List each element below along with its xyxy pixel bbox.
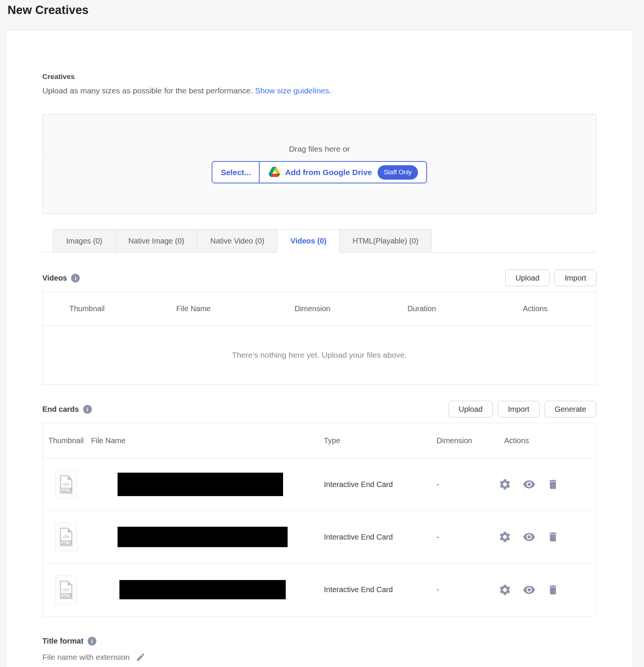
settings-gear-icon[interactable] bbox=[498, 583, 511, 596]
end-cards-col-type: Type bbox=[318, 436, 431, 445]
videos-table: Thumbnail File Name Dimension Duration A… bbox=[42, 292, 596, 385]
html-file-icon: </> HTML bbox=[55, 470, 77, 499]
videos-col-actions: Actions bbox=[474, 304, 596, 313]
table-row: </> HTML Interactive End Card - bbox=[43, 458, 596, 511]
end-cards-upload-button[interactable]: Upload bbox=[449, 401, 493, 417]
staff-only-badge: Staff Only bbox=[378, 165, 418, 180]
end-cards-col-dimension: Dimension bbox=[431, 436, 498, 445]
end-cards-table: Thumbnail File Name Type Dimension Actio… bbox=[42, 423, 596, 616]
end-card-type: Interactive End Card bbox=[318, 480, 431, 489]
end-card-type: Interactive End Card bbox=[318, 533, 431, 541]
delete-trash-icon[interactable] bbox=[547, 583, 559, 596]
videos-empty-message: There's nothing here yet. Upload your fi… bbox=[43, 326, 596, 384]
creatives-label: Creatives bbox=[42, 73, 596, 81]
end-cards-generate-button[interactable]: Generate bbox=[545, 401, 596, 417]
end-card-dimension: - bbox=[431, 480, 498, 489]
end-cards-section-title: End cards bbox=[42, 405, 79, 414]
videos-import-button[interactable]: Import bbox=[554, 270, 596, 286]
table-row: </> HTML Interactive End Card - bbox=[43, 563, 596, 616]
code-glyph: </> bbox=[63, 587, 69, 593]
end-cards-col-file-name: File Name bbox=[85, 436, 318, 445]
size-guidelines-link[interactable]: Show size guidelines. bbox=[255, 86, 331, 95]
tab-native-image[interactable]: Native Image (0) bbox=[116, 229, 198, 253]
code-glyph: </> bbox=[63, 482, 69, 487]
end-card-dimension: - bbox=[431, 533, 498, 541]
end-cards-import-button[interactable]: Import bbox=[498, 401, 540, 417]
videos-col-file-name: File Name bbox=[131, 304, 255, 313]
tab-native-video[interactable]: Native Video (0) bbox=[197, 229, 277, 253]
end-cards-col-actions: Actions bbox=[498, 436, 596, 445]
end-cards-table-header: Thumbnail File Name Type Dimension Actio… bbox=[43, 423, 596, 458]
title-format-label: Title format bbox=[42, 637, 84, 645]
file-dropzone[interactable]: Drag files here or Select... bbox=[42, 114, 596, 214]
creative-type-tabs: Images (0) Native Image (0) Native Video… bbox=[42, 229, 596, 253]
html-file-icon: </> HTML bbox=[55, 575, 77, 604]
select-files-button[interactable]: Select... bbox=[212, 162, 260, 183]
redacted-file-name bbox=[118, 473, 283, 496]
tab-images[interactable]: Images (0) bbox=[53, 229, 116, 253]
add-from-google-drive-button[interactable]: Add from Google Drive Staff Only bbox=[260, 162, 426, 183]
drive-button-label: Add from Google Drive bbox=[285, 168, 372, 177]
settings-gear-icon[interactable] bbox=[498, 478, 511, 491]
drag-files-text: Drag files here or bbox=[289, 144, 350, 154]
creatives-card: Creatives Upload as many sizes as possib… bbox=[6, 30, 633, 667]
html-label: HTML bbox=[60, 488, 71, 492]
google-drive-icon bbox=[269, 167, 280, 178]
videos-section-title: Videos bbox=[42, 274, 67, 282]
delete-trash-icon[interactable] bbox=[547, 530, 559, 543]
preview-eye-icon[interactable] bbox=[522, 583, 536, 596]
redacted-file-name bbox=[119, 580, 286, 599]
settings-gear-icon[interactable] bbox=[498, 530, 511, 543]
videos-col-dimension: Dimension bbox=[256, 304, 369, 313]
code-glyph: </> bbox=[63, 534, 69, 540]
videos-upload-button[interactable]: Upload bbox=[505, 270, 550, 286]
html-file-icon: </> HTML bbox=[55, 523, 77, 551]
tab-videos[interactable]: Videos (0) bbox=[277, 229, 339, 253]
delete-trash-icon[interactable] bbox=[547, 478, 559, 491]
end-cards-col-thumbnail: Thumbnail bbox=[43, 436, 85, 445]
edit-pencil-icon[interactable] bbox=[136, 652, 146, 662]
videos-col-duration: Duration bbox=[369, 304, 474, 313]
videos-info-icon[interactable]: i bbox=[71, 274, 80, 282]
title-format-info-icon[interactable]: i bbox=[88, 637, 96, 645]
redacted-file-name bbox=[118, 527, 288, 547]
table-row: </> HTML Interactive End Card - bbox=[43, 511, 596, 563]
preview-eye-icon[interactable] bbox=[522, 478, 536, 491]
html-label: HTML bbox=[60, 541, 71, 545]
videos-table-header: Thumbnail File Name Dimension Duration A… bbox=[43, 292, 596, 326]
title-format-value: File name with extension bbox=[42, 653, 130, 662]
description-text: Upload as many sizes as possible for the… bbox=[42, 86, 255, 95]
end-card-dimension: - bbox=[431, 585, 498, 594]
videos-col-thumbnail: Thumbnail bbox=[43, 304, 131, 313]
tab-html-playable[interactable]: HTML(Playable) (0) bbox=[340, 229, 432, 253]
html-label: HTML bbox=[60, 594, 71, 598]
page-title: New Creatives bbox=[8, 3, 644, 17]
end-cards-info-icon[interactable]: i bbox=[83, 405, 92, 414]
creatives-description: Upload as many sizes as possible for the… bbox=[42, 85, 596, 96]
preview-eye-icon[interactable] bbox=[522, 530, 536, 543]
end-card-type: Interactive End Card bbox=[318, 585, 431, 594]
upload-button-group: Select... Add from Google Drive S bbox=[212, 161, 427, 183]
